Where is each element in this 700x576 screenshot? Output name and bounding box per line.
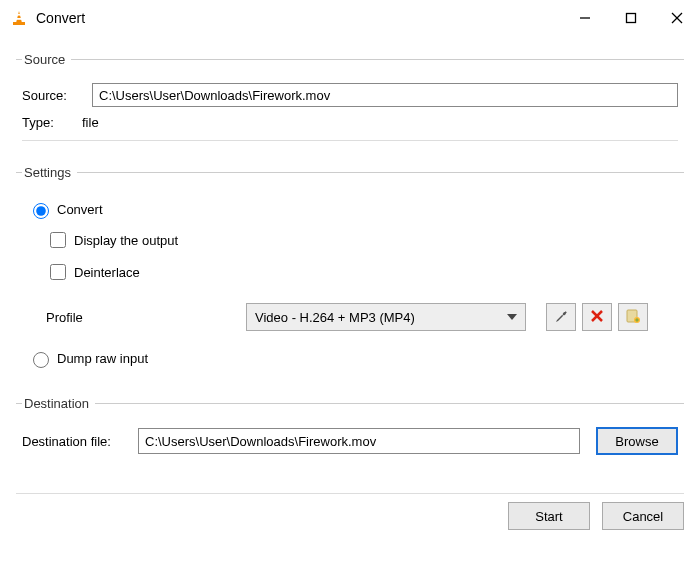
- source-input[interactable]: [92, 83, 678, 107]
- svg-rect-5: [627, 14, 636, 23]
- type-label: Type:: [22, 115, 72, 130]
- destination-input[interactable]: [138, 428, 580, 454]
- footer: Start Cancel: [0, 498, 700, 530]
- start-button[interactable]: Start: [508, 502, 590, 530]
- new-profile-button[interactable]: [618, 303, 648, 331]
- new-profile-icon: [625, 308, 641, 327]
- display-output-label: Display the output: [74, 233, 178, 248]
- deinterlace-label: Deinterlace: [74, 265, 140, 280]
- destination-legend: Destination: [22, 396, 95, 411]
- delete-profile-button[interactable]: [582, 303, 612, 331]
- x-icon: [590, 309, 604, 326]
- svg-marker-0: [16, 11, 22, 23]
- destination-label: Destination file:: [22, 434, 132, 449]
- profile-label: Profile: [46, 310, 246, 325]
- footer-separator: [16, 493, 684, 494]
- window-title: Convert: [36, 10, 85, 26]
- close-button[interactable]: [654, 0, 700, 36]
- cancel-button-label: Cancel: [623, 509, 663, 524]
- edit-profile-button[interactable]: [546, 303, 576, 331]
- dump-raw-radio[interactable]: [33, 352, 49, 368]
- wrench-icon: [553, 308, 569, 327]
- maximize-button[interactable]: [608, 0, 654, 36]
- convert-radio[interactable]: [33, 203, 49, 219]
- start-button-label: Start: [535, 509, 562, 524]
- source-group: Source Source: Type: file: [16, 52, 684, 151]
- minimize-button[interactable]: [562, 0, 608, 36]
- cancel-button[interactable]: Cancel: [602, 502, 684, 530]
- titlebar: Convert: [0, 0, 700, 36]
- deinterlace-row[interactable]: Deinterlace: [46, 261, 678, 283]
- browse-button[interactable]: Browse: [596, 427, 678, 455]
- svg-rect-1: [16, 14, 21, 16]
- convert-radio-row[interactable]: Convert: [28, 200, 678, 219]
- profile-value: Video - H.264 + MP3 (MP4): [255, 310, 415, 325]
- settings-group: Settings Convert Display the output Dein…: [16, 165, 684, 382]
- destination-group: Destination Destination file: Browse: [16, 396, 684, 465]
- dump-raw-row[interactable]: Dump raw input: [28, 349, 678, 368]
- profile-select[interactable]: Video - H.264 + MP3 (MP4): [246, 303, 526, 331]
- convert-radio-label: Convert: [57, 202, 103, 217]
- display-output-row[interactable]: Display the output: [46, 229, 678, 251]
- display-output-checkbox[interactable]: [50, 232, 66, 248]
- deinterlace-checkbox[interactable]: [50, 264, 66, 280]
- source-label: Source:: [22, 88, 82, 103]
- type-value: file: [82, 115, 99, 130]
- settings-legend: Settings: [22, 165, 77, 180]
- source-legend: Source: [22, 52, 71, 67]
- vlc-cone-icon: [10, 9, 28, 27]
- dump-raw-label: Dump raw input: [57, 351, 148, 366]
- browse-button-label: Browse: [615, 434, 658, 449]
- svg-rect-3: [13, 22, 25, 25]
- svg-rect-2: [15, 18, 22, 20]
- chevron-down-icon: [507, 314, 517, 320]
